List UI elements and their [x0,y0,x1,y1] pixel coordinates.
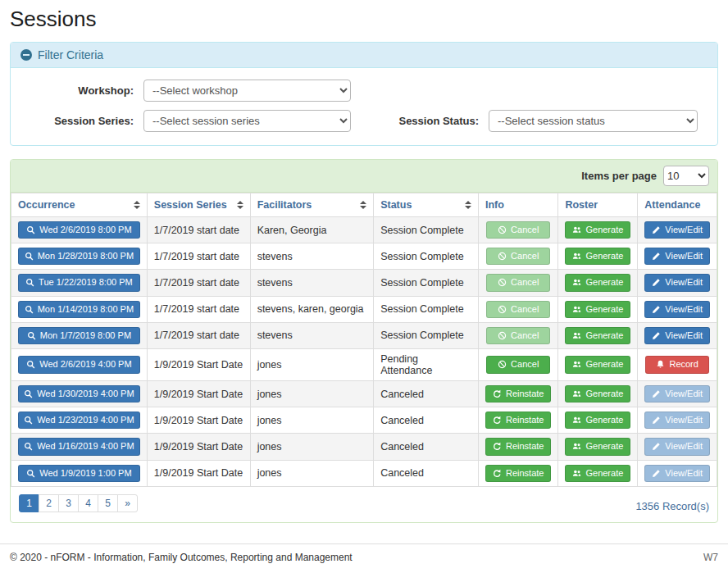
attendance-action-button[interactable]: View/Edit [644,248,710,265]
attendance-action-button[interactable]: View/Edit [644,327,710,344]
roster-cell: Generate [558,407,638,434]
roster-generate-button[interactable]: Generate [565,385,630,402]
table-toolbar: Items per page 10 [11,160,717,193]
session-row: Wed 1/16/2019 4:00 PM 1/9/2019 Start Dat… [11,434,717,460]
info-action-button[interactable]: Reinstate [485,385,551,402]
ban-icon [498,360,507,369]
column-header-session-series[interactable]: Session Series [147,193,250,217]
info-cell: Cancel [478,348,557,380]
sort-icon [465,201,471,209]
info-action-button[interactable]: Cancel [486,248,550,265]
roster-generate-button[interactable]: Generate [565,465,630,482]
info-cell: Cancel [478,296,557,322]
occurrence-button[interactable]: Mon 1/7/2019 8:00 PM [18,327,140,344]
facilitators-cell: jones [250,380,374,407]
occurrence-button[interactable]: Mon 1/28/2019 8:00 PM [18,248,140,265]
occurrence-button[interactable]: Wed 1/30/2019 4:00 PM [18,385,140,402]
users-icon [572,225,581,234]
occurrence-cell: Tue 1/22/2019 8:00 PM [11,270,148,296]
pencil-icon [652,278,661,287]
column-header-occurrence[interactable]: Occurrence [11,193,148,217]
pencil-icon [652,305,661,314]
occurrence-button[interactable]: Wed 2/6/2019 8:00 PM [18,221,140,239]
attendance-cell: View/Edit [638,460,717,486]
info-action-button[interactable]: Cancel [486,356,550,373]
occurrence-button[interactable]: Tue 1/22/2019 8:00 PM [18,274,140,291]
occurrence-cell: Mon 1/14/2019 8:00 PM [11,296,148,322]
users-icon [572,442,581,451]
roster-generate-button[interactable]: Generate [565,248,630,265]
occurrence-button[interactable]: Mon 1/14/2019 8:00 PM [18,301,140,318]
roster-generate-button[interactable]: Generate [565,356,630,373]
attendance-action-button[interactable]: View/Edit [644,221,710,239]
pagination-button[interactable]: 2 [39,494,59,512]
facilitators-cell: stevens [250,243,374,270]
info-action-button[interactable]: Cancel [486,274,550,291]
items-per-page-select[interactable]: 10 [663,166,709,186]
info-action-button[interactable]: Reinstate [485,465,551,482]
roster-cell: Generate [558,322,638,348]
column-header-status[interactable]: Status [374,193,479,217]
info-action-button[interactable]: Cancel [486,327,550,344]
session-series-cell: 1/9/2019 Start Date [147,380,250,407]
attendance-cell: View/Edit [638,407,717,434]
search-icon [26,469,35,478]
roster-cell: Generate [558,243,638,270]
facilitators-cell: jones [250,407,374,434]
info-action-button[interactable]: Reinstate [485,412,551,429]
status-cell: Session Complete [374,322,479,348]
filter-criteria-header[interactable]: Filter Criteria [11,43,717,68]
session-row: Wed 1/30/2019 4:00 PM 1/9/2019 Start Dat… [11,380,717,407]
session-series-cell: 1/9/2019 Start Date [147,407,250,434]
info-cell: Reinstate [478,434,557,460]
workshop-select[interactable]: --Select workshop [143,80,351,102]
sessions-table: Occurrence Session Series Facilitators S… [11,193,717,487]
session-row: Tue 1/22/2019 8:00 PM 1/7/2019 start dat… [11,270,717,296]
pagination-button[interactable]: 4 [78,494,98,512]
pagination-button[interactable]: 1 [19,494,39,512]
info-cell: Cancel [478,217,557,243]
pagination-button[interactable]: » [117,494,138,512]
attendance-action-button[interactable]: View/Edit [644,412,710,429]
info-action-button[interactable]: Reinstate [485,438,551,455]
occurrence-button[interactable]: Wed 1/9/2019 1:00 PM [18,465,140,482]
attendance-action-button[interactable]: View/Edit [644,301,710,318]
info-action-button[interactable]: Cancel [486,301,550,318]
status-cell: Canceled [374,434,479,460]
roster-generate-button[interactable]: Generate [565,301,630,318]
pagination-button[interactable]: 3 [58,494,79,512]
pagination-button[interactable]: 5 [98,494,118,512]
search-icon [25,252,34,261]
session-series-select[interactable]: --Select session series [143,110,351,132]
attendance-cell: View/Edit [638,322,717,348]
roster-generate-button[interactable]: Generate [565,412,630,429]
reinstate-icon [493,469,502,478]
occurrence-button[interactable]: Wed 1/16/2019 4:00 PM [18,438,140,455]
minus-circle-icon[interactable] [20,49,32,61]
facilitators-cell: jones [250,460,374,486]
roster-generate-button[interactable]: Generate [565,274,630,291]
session-status-select[interactable]: --Select session status [489,110,698,132]
session-series-cell: 1/9/2019 Start Date [147,434,250,460]
occurrence-button[interactable]: Wed 1/23/2019 4:00 PM [18,412,140,429]
attendance-action-button[interactable]: View/Edit [644,465,710,482]
status-cell: Canceled [374,407,479,434]
info-action-button[interactable]: Cancel [486,221,550,239]
status-cell: Pending Attendance [374,348,479,380]
attendance-action-button[interactable]: View/Edit [644,385,710,402]
roster-cell: Generate [558,434,638,460]
attendance-action-button[interactable]: View/Edit [644,274,710,291]
status-cell: Canceled [374,460,479,486]
session-row: Wed 1/23/2019 4:00 PM 1/9/2019 Start Dat… [11,407,717,434]
roster-generate-button[interactable]: Generate [565,438,630,455]
facilitators-cell: jones [250,348,374,380]
attendance-action-button[interactable]: View/Edit [644,438,710,455]
roster-generate-button[interactable]: Generate [565,327,630,344]
session-series-label: Session Series: [20,115,143,127]
attendance-action-button[interactable]: Record [645,356,709,373]
roster-generate-button[interactable]: Generate [565,221,630,239]
column-header-facilitators[interactable]: Facilitators [250,193,374,217]
occurrence-button[interactable]: Wed 2/6/2019 4:00 PM [18,356,140,373]
users-icon [572,360,581,369]
reinstate-icon [493,442,502,451]
